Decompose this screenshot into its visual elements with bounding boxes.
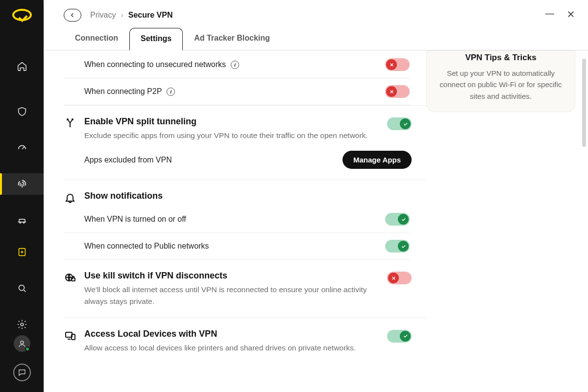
local-title: Access Local Devices with VPN	[84, 329, 379, 339]
settings-content: When connecting to unsecured networks i …	[44, 50, 426, 392]
chat-icon	[18, 368, 26, 377]
sidebar-bottom	[0, 335, 44, 392]
search-icon	[17, 283, 27, 294]
svg-point-3	[19, 285, 24, 291]
section-notifications: Show notifications	[64, 180, 426, 204]
tips-panel: VPN Tips & Tricks Set up your VPN to aut…	[426, 50, 588, 392]
excluded-label: Apps excluded from VPN	[84, 156, 172, 164]
devices-icon	[64, 330, 76, 342]
notif-title: Show notifications	[84, 191, 412, 201]
breadcrumb-root[interactable]: Privacy	[90, 11, 116, 20]
toggle-notif-onoff[interactable]	[385, 213, 410, 226]
breadcrumb-current: Secure VPN	[128, 11, 173, 20]
check-icon	[403, 333, 408, 339]
sidebar-item-performance[interactable]	[0, 137, 44, 159]
sidebar	[0, 0, 44, 392]
svg-point-6	[67, 119, 68, 120]
tab-connection[interactable]: Connection	[64, 27, 129, 50]
window-close[interactable]	[566, 10, 575, 21]
split-desc: Exclude specific apps from using your VP…	[84, 130, 379, 141]
car-icon	[17, 215, 27, 226]
tips-title: VPN Tips & Tricks	[438, 53, 564, 63]
sidebar-nav-mid	[0, 101, 44, 231]
fingerprint-icon	[17, 179, 27, 189]
svg-point-7	[72, 119, 73, 120]
arrow-left-icon	[69, 12, 76, 19]
globe-lock-icon	[64, 272, 76, 283]
help-chat[interactable]	[13, 364, 31, 381]
toggle-p2p[interactable]	[385, 85, 410, 98]
sidebar-item-dark-web[interactable]	[0, 209, 44, 231]
manage-apps-button[interactable]: Manage Apps	[343, 151, 412, 169]
tab-ad-tracker[interactable]: Ad Tracker Blocking	[183, 27, 281, 50]
account-avatar[interactable]	[14, 335, 30, 352]
back-button[interactable]	[64, 9, 81, 22]
notif-public-label: When connected to Public networks	[84, 242, 209, 251]
local-desc: Allow access to local devices like print…	[84, 342, 379, 353]
section-local-devices: Access Local Devices with VPN Allow acce…	[64, 318, 426, 353]
section-split-tunneling: Enable VPN split tunneling Exclude speci…	[64, 105, 426, 141]
main-panel: Privacy › Secure VPN — Connection Settin…	[44, 0, 588, 392]
check-icon	[401, 244, 406, 249]
toggle-kill-switch[interactable]	[387, 272, 412, 284]
split-icon	[64, 117, 76, 129]
window-controls: —	[545, 10, 575, 21]
tab-settings[interactable]: Settings	[129, 28, 183, 50]
row-p2p-label: When connecting P2P	[84, 87, 162, 96]
kill-desc: We'll block all internet access until VP…	[84, 284, 379, 307]
gauge-icon	[17, 142, 27, 153]
check-icon	[401, 217, 406, 222]
home-icon	[17, 61, 27, 71]
sidebar-nav-util	[0, 241, 44, 335]
sidebar-item-settings[interactable]	[0, 314, 44, 335]
header: Privacy › Secure VPN —	[44, 0, 588, 27]
sidebar-item-home[interactable]	[0, 55, 44, 77]
logo	[12, 9, 32, 21]
section-kill-switch: Use kill switch if VPN disconnects We'll…	[64, 260, 426, 307]
sidebar-item-add[interactable]	[0, 241, 44, 263]
toggle-notif-public[interactable]	[385, 240, 410, 253]
breadcrumb: Privacy › Secure VPN	[90, 11, 173, 20]
user-icon	[18, 339, 26, 348]
x-icon	[389, 89, 394, 94]
scrollbar[interactable]	[582, 59, 586, 147]
breadcrumb-separator: ›	[121, 11, 123, 20]
info-icon[interactable]: i	[167, 88, 175, 96]
tips-body: Set up your VPN to automatically connect…	[438, 68, 564, 102]
gear-icon	[17, 319, 27, 330]
x-icon	[391, 276, 396, 281]
toggle-local-devices[interactable]	[387, 330, 412, 343]
svg-point-5	[21, 341, 24, 344]
sidebar-item-search[interactable]	[0, 277, 44, 299]
toggle-unsecured[interactable]	[385, 58, 410, 71]
tabs: Connection Settings Ad Tracker Blocking	[44, 27, 588, 50]
kill-title: Use kill switch if VPN disconnects	[84, 271, 379, 281]
split-title: Enable VPN split tunneling	[84, 116, 379, 127]
close-icon	[566, 10, 575, 19]
add-icon	[17, 247, 27, 257]
window-minimize[interactable]: —	[545, 8, 554, 19]
bell-icon	[64, 192, 76, 204]
check-icon	[403, 121, 408, 127]
sidebar-nav	[0, 55, 44, 77]
notif-onoff-label: When VPN is turned on or off	[84, 215, 186, 224]
tips-card: VPN Tips & Tricks Set up your VPN to aut…	[426, 50, 575, 112]
sidebar-item-security[interactable]	[0, 101, 44, 122]
x-icon	[389, 62, 394, 68]
status-dot	[25, 346, 30, 351]
toggle-split-tunneling[interactable]	[387, 117, 412, 130]
info-icon[interactable]: i	[231, 61, 239, 69]
sidebar-item-privacy[interactable]	[0, 173, 44, 195]
shield-icon	[17, 106, 27, 117]
row-unsecured-label: When connecting to unsecured networks	[84, 60, 226, 69]
svg-point-4	[21, 323, 24, 326]
